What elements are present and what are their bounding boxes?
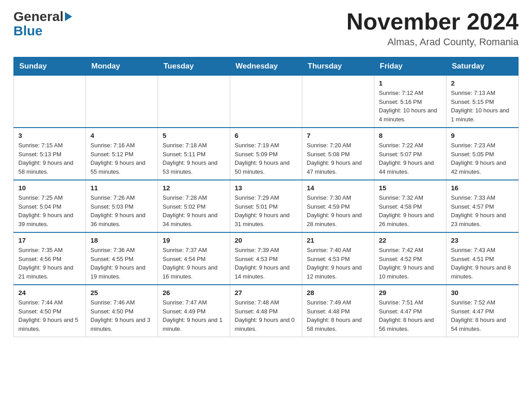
- day-number: 24: [18, 289, 81, 296]
- calendar-day-cell: 5Sunrise: 7:18 AM Sunset: 5:11 PM Daylig…: [158, 128, 230, 180]
- day-number: 13: [235, 184, 297, 192]
- calendar-day-cell: [86, 76, 158, 128]
- day-info: Sunrise: 7:39 AM Sunset: 4:53 PM Dayligh…: [235, 246, 297, 281]
- page-title: November 2024: [347, 9, 519, 34]
- calendar-day-cell: 26Sunrise: 7:47 AM Sunset: 4:49 PM Dayli…: [158, 285, 230, 337]
- calendar-week-row: 17Sunrise: 7:35 AM Sunset: 4:56 PM Dayli…: [14, 232, 519, 285]
- day-number: 29: [379, 289, 442, 296]
- day-info: Sunrise: 7:13 AM Sunset: 5:15 PM Dayligh…: [451, 89, 514, 124]
- day-number: 27: [235, 289, 297, 296]
- calendar-day-cell: 21Sunrise: 7:40 AM Sunset: 4:53 PM Dayli…: [302, 232, 374, 285]
- day-info: Sunrise: 7:20 AM Sunset: 5:08 PM Dayligh…: [307, 141, 369, 176]
- calendar-day-cell: 7Sunrise: 7:20 AM Sunset: 5:08 PM Daylig…: [302, 128, 374, 180]
- day-number: 9: [451, 132, 514, 139]
- calendar-day-cell: 16Sunrise: 7:33 AM Sunset: 4:57 PM Dayli…: [446, 180, 519, 232]
- calendar-day-header: Thursday: [302, 57, 374, 76]
- logo-arrow-icon: [65, 12, 72, 21]
- day-info: Sunrise: 7:28 AM Sunset: 5:02 PM Dayligh…: [163, 193, 225, 228]
- day-info: Sunrise: 7:46 AM Sunset: 4:50 PM Dayligh…: [90, 298, 153, 333]
- calendar-day-cell: 29Sunrise: 7:51 AM Sunset: 4:47 PM Dayli…: [374, 285, 446, 337]
- page-header: General Blue November 2024 Almas, Arad C…: [13, 9, 519, 48]
- calendar-day-header: Saturday: [446, 57, 519, 76]
- calendar-day-header: Friday: [374, 57, 446, 76]
- calendar-day-cell: 11Sunrise: 7:26 AM Sunset: 5:03 PM Dayli…: [86, 180, 158, 232]
- calendar-day-cell: 23Sunrise: 7:43 AM Sunset: 4:51 PM Dayli…: [446, 232, 519, 285]
- calendar-day-cell: 24Sunrise: 7:44 AM Sunset: 4:50 PM Dayli…: [14, 285, 86, 337]
- day-info: Sunrise: 7:49 AM Sunset: 4:48 PM Dayligh…: [307, 298, 369, 333]
- calendar-day-cell: 30Sunrise: 7:52 AM Sunset: 4:47 PM Dayli…: [446, 285, 519, 337]
- day-number: 23: [451, 236, 514, 244]
- day-info: Sunrise: 7:30 AM Sunset: 4:59 PM Dayligh…: [307, 193, 369, 228]
- calendar-day-cell: 3Sunrise: 7:15 AM Sunset: 5:13 PM Daylig…: [14, 128, 86, 180]
- day-number: 14: [307, 184, 369, 192]
- calendar-day-cell: 1Sunrise: 7:12 AM Sunset: 5:16 PM Daylig…: [374, 76, 446, 128]
- day-number: 16: [451, 184, 514, 192]
- calendar-day-cell: [14, 76, 86, 128]
- day-number: 3: [18, 132, 81, 139]
- day-number: 30: [451, 289, 514, 296]
- calendar-day-cell: 25Sunrise: 7:46 AM Sunset: 4:50 PM Dayli…: [86, 285, 158, 337]
- calendar-week-row: 24Sunrise: 7:44 AM Sunset: 4:50 PM Dayli…: [14, 285, 519, 337]
- calendar-day-cell: 17Sunrise: 7:35 AM Sunset: 4:56 PM Dayli…: [14, 232, 86, 285]
- day-number: 8: [379, 132, 442, 139]
- calendar-header-row: SundayMondayTuesdayWednesdayThursdayFrid…: [14, 57, 519, 76]
- calendar-day-cell: 4Sunrise: 7:16 AM Sunset: 5:12 PM Daylig…: [86, 128, 158, 180]
- day-info: Sunrise: 7:16 AM Sunset: 5:12 PM Dayligh…: [90, 141, 153, 176]
- calendar-day-cell: 2Sunrise: 7:13 AM Sunset: 5:15 PM Daylig…: [446, 76, 519, 128]
- calendar-day-cell: 10Sunrise: 7:25 AM Sunset: 5:04 PM Dayli…: [14, 180, 86, 232]
- calendar-day-header: Tuesday: [158, 57, 230, 76]
- day-number: 28: [307, 289, 369, 296]
- day-info: Sunrise: 7:29 AM Sunset: 5:01 PM Dayligh…: [235, 193, 297, 228]
- calendar-day-cell: 27Sunrise: 7:48 AM Sunset: 4:48 PM Dayli…: [230, 285, 302, 337]
- day-number: 10: [18, 184, 81, 192]
- day-info: Sunrise: 7:32 AM Sunset: 4:58 PM Dayligh…: [379, 193, 442, 228]
- calendar-day-cell: 8Sunrise: 7:22 AM Sunset: 5:07 PM Daylig…: [374, 128, 446, 180]
- day-info: Sunrise: 7:35 AM Sunset: 4:56 PM Dayligh…: [18, 246, 81, 281]
- calendar-day-header: Sunday: [14, 57, 86, 76]
- day-info: Sunrise: 7:25 AM Sunset: 5:04 PM Dayligh…: [18, 193, 81, 228]
- day-info: Sunrise: 7:23 AM Sunset: 5:05 PM Dayligh…: [451, 141, 514, 176]
- day-info: Sunrise: 7:48 AM Sunset: 4:48 PM Dayligh…: [235, 298, 297, 333]
- calendar-day-header: Monday: [86, 57, 158, 76]
- day-info: Sunrise: 7:26 AM Sunset: 5:03 PM Dayligh…: [90, 193, 153, 228]
- day-number: 18: [90, 236, 153, 244]
- day-info: Sunrise: 7:22 AM Sunset: 5:07 PM Dayligh…: [379, 141, 442, 176]
- logo-general-text: General: [13, 9, 64, 24]
- calendar-day-cell: 15Sunrise: 7:32 AM Sunset: 4:58 PM Dayli…: [374, 180, 446, 232]
- calendar-day-header: Wednesday: [230, 57, 302, 76]
- calendar-day-cell: 19Sunrise: 7:37 AM Sunset: 4:54 PM Dayli…: [158, 232, 230, 285]
- day-number: 19: [163, 236, 225, 244]
- day-info: Sunrise: 7:15 AM Sunset: 5:13 PM Dayligh…: [18, 141, 81, 176]
- calendar-day-cell: 6Sunrise: 7:19 AM Sunset: 5:09 PM Daylig…: [230, 128, 302, 180]
- calendar-day-cell: 13Sunrise: 7:29 AM Sunset: 5:01 PM Dayli…: [230, 180, 302, 232]
- calendar-day-cell: 14Sunrise: 7:30 AM Sunset: 4:59 PM Dayli…: [302, 180, 374, 232]
- day-info: Sunrise: 7:33 AM Sunset: 4:57 PM Dayligh…: [451, 193, 514, 228]
- day-number: 6: [235, 132, 297, 139]
- day-number: 15: [379, 184, 442, 192]
- day-info: Sunrise: 7:51 AM Sunset: 4:47 PM Dayligh…: [379, 298, 442, 333]
- day-info: Sunrise: 7:40 AM Sunset: 4:53 PM Dayligh…: [307, 246, 369, 281]
- calendar-day-cell: 20Sunrise: 7:39 AM Sunset: 4:53 PM Dayli…: [230, 232, 302, 285]
- day-number: 20: [235, 236, 297, 244]
- day-info: Sunrise: 7:44 AM Sunset: 4:50 PM Dayligh…: [18, 298, 81, 333]
- calendar-week-row: 10Sunrise: 7:25 AM Sunset: 5:04 PM Dayli…: [14, 180, 519, 232]
- calendar-day-cell: 18Sunrise: 7:36 AM Sunset: 4:55 PM Dayli…: [86, 232, 158, 285]
- day-info: Sunrise: 7:19 AM Sunset: 5:09 PM Dayligh…: [235, 141, 297, 176]
- day-info: Sunrise: 7:18 AM Sunset: 5:11 PM Dayligh…: [163, 141, 225, 176]
- day-number: 11: [90, 184, 153, 192]
- calendar-week-row: 1Sunrise: 7:12 AM Sunset: 5:16 PM Daylig…: [14, 76, 519, 128]
- day-info: Sunrise: 7:12 AM Sunset: 5:16 PM Dayligh…: [379, 89, 442, 124]
- day-number: 26: [163, 289, 225, 296]
- day-number: 22: [379, 236, 442, 244]
- logo-blue-text: Blue: [13, 23, 43, 39]
- calendar-day-cell: 12Sunrise: 7:28 AM Sunset: 5:02 PM Dayli…: [158, 180, 230, 232]
- day-number: 12: [163, 184, 225, 192]
- calendar-day-cell: 22Sunrise: 7:42 AM Sunset: 4:52 PM Dayli…: [374, 232, 446, 285]
- day-info: Sunrise: 7:47 AM Sunset: 4:49 PM Dayligh…: [163, 298, 225, 333]
- day-number: 7: [307, 132, 369, 139]
- day-info: Sunrise: 7:42 AM Sunset: 4:52 PM Dayligh…: [379, 246, 442, 281]
- calendar-day-cell: [302, 76, 374, 128]
- calendar-day-cell: 9Sunrise: 7:23 AM Sunset: 5:05 PM Daylig…: [446, 128, 519, 180]
- day-info: Sunrise: 7:37 AM Sunset: 4:54 PM Dayligh…: [163, 246, 225, 281]
- day-info: Sunrise: 7:43 AM Sunset: 4:51 PM Dayligh…: [451, 246, 514, 281]
